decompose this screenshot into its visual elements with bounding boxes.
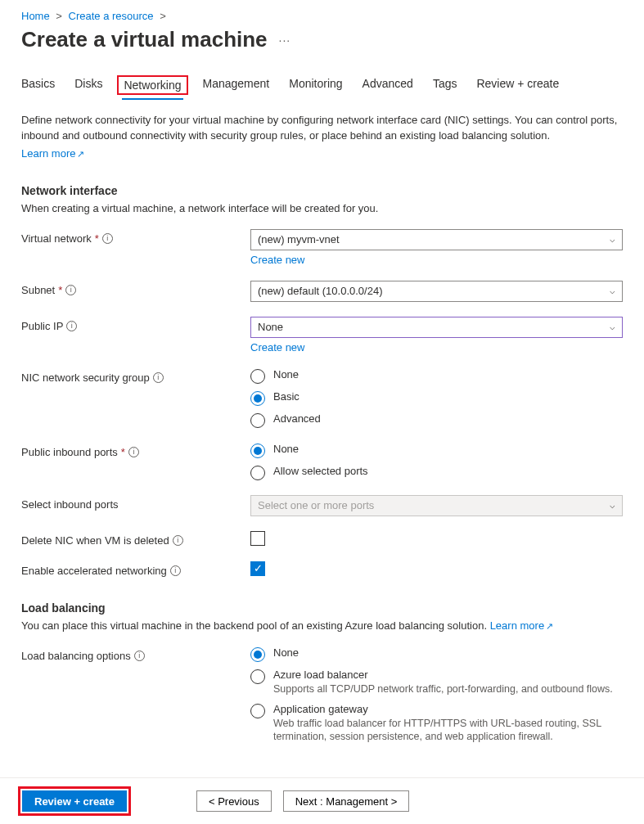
chevron-down-icon: ⌵ (610, 234, 615, 245)
tab-management[interactable]: Management (203, 72, 270, 98)
breadcrumb-home[interactable]: Home (21, 10, 50, 22)
label-inbound-ports: Public inbound ports (21, 446, 118, 458)
more-icon[interactable]: ··· (279, 34, 291, 47)
lb-options-radio-group: None Azure load balancer Supports all TC… (250, 646, 623, 745)
label-delete-nic: Delete NIC when VM is deleted (21, 534, 169, 547)
section-network-interface-desc: When creating a virtual machine, a netwo… (21, 202, 623, 214)
breadcrumb-create-resource[interactable]: Create a resource (69, 10, 154, 22)
label-nsg: NIC network security group (21, 371, 150, 384)
footer-bar: Review + create < Previous Next : Manage… (0, 777, 644, 824)
lb-learn-more-link[interactable]: Learn more↗ (490, 619, 553, 632)
tab-networking[interactable]: Networking (122, 72, 182, 98)
nsg-none-radio[interactable]: None (250, 368, 623, 384)
create-new-public-ip-link[interactable]: Create new (250, 341, 304, 353)
lb-alb-radio[interactable]: Azure load balancer Supports all TCP/UDP… (250, 669, 623, 696)
info-icon[interactable]: i (128, 447, 139, 457)
tab-tags[interactable]: Tags (433, 72, 457, 98)
tabs: Basics Disks Networking Management Monit… (0, 72, 644, 98)
section-load-balancing-desc: You can place this virtual machine in th… (21, 619, 623, 632)
inbound-ports-radio-group: None Allow selected ports (250, 443, 623, 480)
tab-review[interactable]: Review + create (476, 72, 559, 98)
breadcrumb: Home > Create a resource > (0, 10, 644, 22)
label-public-ip: Public IP (21, 320, 63, 332)
tab-advanced[interactable]: Advanced (363, 72, 413, 98)
label-select-inbound-ports: Select inbound ports (21, 498, 119, 511)
accel-net-checkbox[interactable]: ✓ (250, 561, 265, 576)
subnet-select[interactable]: (new) default (10.0.0.0/24)⌵ (250, 281, 623, 302)
tab-monitoring[interactable]: Monitoring (289, 72, 342, 98)
lb-agw-desc: Web traffic load balancer for HTTP/HTTPS… (273, 717, 623, 745)
previous-button[interactable]: < Previous (196, 790, 272, 812)
label-virtual-network: Virtual network (21, 232, 92, 245)
info-icon[interactable]: i (170, 565, 181, 576)
required-indicator: * (95, 232, 99, 245)
lb-agw-radio[interactable]: Application gateway Web traffic load bal… (250, 703, 623, 745)
page-title: Create a virtual machine (21, 27, 268, 52)
learn-more-link[interactable]: Learn more↗ (21, 147, 84, 160)
required-indicator: * (58, 284, 62, 296)
nsg-basic-radio[interactable]: Basic (250, 390, 623, 406)
section-load-balancing: Load balancing (21, 601, 623, 615)
next-button[interactable]: Next : Management > (283, 790, 410, 812)
delete-nic-checkbox[interactable] (250, 531, 265, 546)
info-icon[interactable]: i (65, 285, 76, 295)
create-new-vnet-link[interactable]: Create new (250, 254, 304, 266)
virtual-network-select[interactable]: (new) myvm-vnet⌵ (250, 229, 623, 250)
review-create-button[interactable]: Review + create (22, 790, 127, 812)
external-link-icon: ↗ (546, 621, 553, 631)
nsg-advanced-radio[interactable]: Advanced (250, 412, 623, 428)
label-lb-options: Load balancing options (21, 650, 131, 662)
inbound-allow-radio[interactable]: Allow selected ports (250, 465, 623, 480)
info-icon[interactable]: i (173, 535, 183, 546)
intro-text: Define network connectivity for your vir… (21, 113, 623, 144)
info-icon[interactable]: i (66, 321, 77, 331)
chevron-down-icon: ⌵ (610, 322, 615, 332)
external-link-icon: ↗ (77, 149, 84, 159)
lb-none-radio[interactable]: None (250, 646, 623, 662)
info-icon[interactable]: i (102, 233, 113, 244)
lb-alb-desc: Supports all TCP/UDP network traffic, po… (273, 682, 613, 696)
info-icon[interactable]: i (153, 372, 164, 383)
label-subnet: Subnet (21, 284, 55, 296)
label-accel-net: Enable accelerated networking (21, 565, 167, 577)
required-indicator: * (121, 446, 125, 458)
tab-disks[interactable]: Disks (74, 72, 102, 98)
select-inbound-ports-select: Select one or more ports⌵ (250, 495, 623, 516)
section-network-interface: Network interface (21, 184, 623, 197)
tab-basics[interactable]: Basics (21, 72, 55, 98)
public-ip-select[interactable]: None⌵ (250, 317, 623, 338)
nsg-radio-group: None Basic Advanced (250, 368, 623, 428)
chevron-down-icon: ⌵ (610, 500, 615, 511)
chevron-right-icon: > (156, 10, 169, 22)
info-icon[interactable]: i (134, 651, 145, 661)
inbound-none-radio[interactable]: None (250, 443, 623, 458)
chevron-right-icon: > (52, 10, 65, 22)
chevron-down-icon: ⌵ (610, 286, 615, 296)
